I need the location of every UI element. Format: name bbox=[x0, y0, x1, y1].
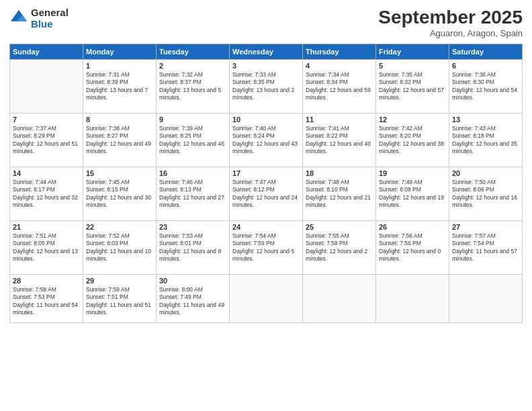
col-sunday: Sunday bbox=[10, 44, 83, 60]
day-number: 25 bbox=[306, 223, 373, 231]
cell-data: Sunrise: 7:31 AMSunset: 8:39 PMDaylight:… bbox=[86, 71, 153, 102]
col-thursday: Thursday bbox=[303, 44, 376, 60]
day-number: 17 bbox=[232, 169, 300, 177]
calendar-week-4: 28Sunrise: 7:58 AMSunset: 7:53 PMDayligh… bbox=[10, 275, 523, 323]
day-number: 21 bbox=[13, 223, 80, 231]
calendar-cell: 8Sunrise: 7:38 AMSunset: 8:27 PMDaylight… bbox=[83, 113, 157, 167]
header: General Blue September 2025 Aguaron, Ara… bbox=[9, 7, 523, 38]
calendar-cell: 22Sunrise: 7:52 AMSunset: 8:03 PMDayligh… bbox=[83, 221, 157, 275]
cell-data: Sunrise: 7:56 AMSunset: 7:56 PMDaylight:… bbox=[379, 232, 446, 263]
calendar-cell: 2Sunrise: 7:32 AMSunset: 8:37 PMDaylight… bbox=[157, 60, 230, 113]
calendar-cell: 3Sunrise: 7:33 AMSunset: 8:35 PMDaylight… bbox=[230, 60, 303, 113]
calendar-cell: 13Sunrise: 7:43 AMSunset: 8:18 PMDayligh… bbox=[449, 113, 523, 167]
cell-data: Sunrise: 7:40 AMSunset: 8:24 PMDaylight:… bbox=[232, 125, 300, 156]
cell-data: Sunrise: 7:32 AMSunset: 8:37 PMDaylight:… bbox=[159, 71, 226, 102]
calendar-cell bbox=[10, 60, 83, 113]
cell-data: Sunrise: 7:42 AMSunset: 8:20 PMDaylight:… bbox=[379, 125, 446, 156]
calendar-week-2: 14Sunrise: 7:44 AMSunset: 8:17 PMDayligh… bbox=[10, 167, 523, 221]
day-number: 10 bbox=[232, 116, 300, 124]
calendar-cell: 7Sunrise: 7:37 AMSunset: 8:29 PMDaylight… bbox=[10, 113, 83, 167]
day-number: 11 bbox=[306, 116, 373, 124]
calendar-cell: 11Sunrise: 7:41 AMSunset: 8:22 PMDayligh… bbox=[303, 113, 376, 167]
calendar-cell: 28Sunrise: 7:58 AMSunset: 7:53 PMDayligh… bbox=[10, 275, 83, 323]
calendar-week-0: 1Sunrise: 7:31 AMSunset: 8:39 PMDaylight… bbox=[10, 60, 523, 113]
cell-data: Sunrise: 7:50 AMSunset: 8:06 PMDaylight:… bbox=[452, 179, 519, 210]
calendar-subtitle: Aguaron, Aragon, Spain bbox=[378, 28, 523, 38]
col-monday: Monday bbox=[83, 44, 157, 60]
calendar-cell: 4Sunrise: 7:34 AMSunset: 8:34 PMDaylight… bbox=[303, 60, 376, 113]
calendar-cell: 27Sunrise: 7:57 AMSunset: 7:54 PMDayligh… bbox=[449, 221, 523, 275]
cell-data: Sunrise: 7:55 AMSunset: 7:58 PMDaylight:… bbox=[306, 232, 373, 263]
cell-data: Sunrise: 7:54 AMSunset: 7:59 PMDaylight:… bbox=[232, 232, 300, 263]
logo: General Blue bbox=[9, 7, 69, 30]
title-block: September 2025 Aguaron, Aragon, Spain bbox=[378, 7, 523, 38]
page: General Blue September 2025 Aguaron, Ara… bbox=[0, 0, 532, 411]
cell-data: Sunrise: 7:49 AMSunset: 8:08 PMDaylight:… bbox=[379, 179, 446, 210]
cell-data: Sunrise: 7:51 AMSunset: 8:05 PMDaylight:… bbox=[13, 232, 80, 263]
col-wednesday: Wednesday bbox=[230, 44, 303, 60]
calendar-cell bbox=[449, 275, 523, 323]
calendar-table: Sunday Monday Tuesday Wednesday Thursday… bbox=[9, 44, 523, 323]
cell-data: Sunrise: 7:48 AMSunset: 8:10 PMDaylight:… bbox=[306, 179, 373, 210]
calendar-cell: 21Sunrise: 7:51 AMSunset: 8:05 PMDayligh… bbox=[10, 221, 83, 275]
cell-data: Sunrise: 7:34 AMSunset: 8:34 PMDaylight:… bbox=[306, 71, 373, 102]
calendar-cell: 5Sunrise: 7:35 AMSunset: 8:32 PMDaylight… bbox=[376, 60, 449, 113]
calendar-cell: 10Sunrise: 7:40 AMSunset: 8:24 PMDayligh… bbox=[230, 113, 303, 167]
cell-data: Sunrise: 7:43 AMSunset: 8:18 PMDaylight:… bbox=[452, 125, 519, 156]
calendar-cell: 14Sunrise: 7:44 AMSunset: 8:17 PMDayligh… bbox=[10, 167, 83, 221]
logo-icon bbox=[9, 9, 28, 28]
cell-data: Sunrise: 7:59 AMSunset: 7:51 PMDaylight:… bbox=[86, 286, 153, 317]
cell-data: Sunrise: 7:58 AMSunset: 7:53 PMDaylight:… bbox=[13, 286, 80, 317]
calendar-cell bbox=[376, 275, 449, 323]
day-number: 15 bbox=[86, 169, 153, 177]
cell-data: Sunrise: 7:36 AMSunset: 8:30 PMDaylight:… bbox=[452, 71, 519, 102]
calendar-cell: 16Sunrise: 7:46 AMSunset: 8:13 PMDayligh… bbox=[157, 167, 230, 221]
cell-data: Sunrise: 7:41 AMSunset: 8:22 PMDaylight:… bbox=[306, 125, 373, 156]
calendar-cell: 17Sunrise: 7:47 AMSunset: 8:12 PMDayligh… bbox=[230, 167, 303, 221]
day-number: 12 bbox=[379, 116, 446, 124]
cell-data: Sunrise: 7:57 AMSunset: 7:54 PMDaylight:… bbox=[452, 232, 519, 263]
day-number: 14 bbox=[13, 169, 80, 177]
calendar-cell bbox=[230, 275, 303, 323]
day-number: 24 bbox=[232, 223, 300, 231]
day-number: 7 bbox=[13, 116, 80, 124]
cell-data: Sunrise: 7:33 AMSunset: 8:35 PMDaylight:… bbox=[232, 71, 300, 102]
day-number: 3 bbox=[232, 62, 300, 70]
day-number: 4 bbox=[306, 62, 373, 70]
day-number: 1 bbox=[86, 62, 153, 70]
calendar-cell: 12Sunrise: 7:42 AMSunset: 8:20 PMDayligh… bbox=[376, 113, 449, 167]
day-number: 18 bbox=[306, 169, 373, 177]
calendar-week-1: 7Sunrise: 7:37 AMSunset: 8:29 PMDaylight… bbox=[10, 113, 523, 167]
day-number: 16 bbox=[159, 169, 226, 177]
cell-data: Sunrise: 7:35 AMSunset: 8:32 PMDaylight:… bbox=[379, 71, 446, 102]
day-number: 23 bbox=[159, 223, 226, 231]
logo-text: General Blue bbox=[31, 7, 69, 30]
col-saturday: Saturday bbox=[449, 44, 523, 60]
calendar-cell: 30Sunrise: 8:00 AMSunset: 7:49 PMDayligh… bbox=[157, 275, 230, 323]
day-number: 6 bbox=[452, 62, 519, 70]
calendar-cell: 25Sunrise: 7:55 AMSunset: 7:58 PMDayligh… bbox=[303, 221, 376, 275]
day-number: 22 bbox=[86, 223, 153, 231]
calendar-cell: 1Sunrise: 7:31 AMSunset: 8:39 PMDaylight… bbox=[83, 60, 157, 113]
calendar-title: September 2025 bbox=[378, 7, 523, 28]
col-friday: Friday bbox=[376, 44, 449, 60]
calendar-cell: 6Sunrise: 7:36 AMSunset: 8:30 PMDaylight… bbox=[449, 60, 523, 113]
calendar-cell: 20Sunrise: 7:50 AMSunset: 8:06 PMDayligh… bbox=[449, 167, 523, 221]
cell-data: Sunrise: 7:37 AMSunset: 8:29 PMDaylight:… bbox=[13, 125, 80, 156]
calendar-cell: 19Sunrise: 7:49 AMSunset: 8:08 PMDayligh… bbox=[376, 167, 449, 221]
cell-data: Sunrise: 7:53 AMSunset: 8:01 PMDaylight:… bbox=[159, 232, 226, 263]
day-number: 30 bbox=[159, 277, 226, 285]
calendar-cell: 29Sunrise: 7:59 AMSunset: 7:51 PMDayligh… bbox=[83, 275, 157, 323]
header-row: Sunday Monday Tuesday Wednesday Thursday… bbox=[10, 44, 523, 60]
calendar-cell: 24Sunrise: 7:54 AMSunset: 7:59 PMDayligh… bbox=[230, 221, 303, 275]
calendar-cell: 26Sunrise: 7:56 AMSunset: 7:56 PMDayligh… bbox=[376, 221, 449, 275]
day-number: 13 bbox=[452, 116, 519, 124]
cell-data: Sunrise: 7:46 AMSunset: 8:13 PMDaylight:… bbox=[159, 179, 226, 210]
day-number: 28 bbox=[13, 277, 80, 285]
day-number: 2 bbox=[159, 62, 226, 70]
day-number: 19 bbox=[379, 169, 446, 177]
day-number: 27 bbox=[452, 223, 519, 231]
calendar-cell bbox=[303, 275, 376, 323]
cell-data: Sunrise: 7:45 AMSunset: 8:15 PMDaylight:… bbox=[86, 179, 153, 210]
cell-data: Sunrise: 8:00 AMSunset: 7:49 PMDaylight:… bbox=[159, 286, 226, 317]
